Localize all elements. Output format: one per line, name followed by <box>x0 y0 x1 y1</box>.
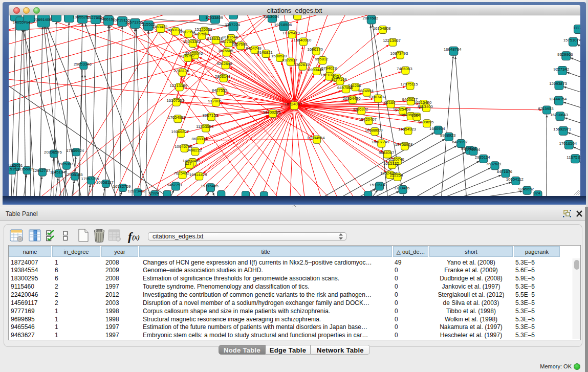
svg-text:15136141: 15136141 <box>369 183 387 187</box>
svg-text:7625402: 7625402 <box>173 171 189 176</box>
svg-text:15226058: 15226058 <box>194 27 212 32</box>
svg-text:7632621: 7632621 <box>486 162 502 166</box>
svg-text:2087682: 2087682 <box>363 16 378 20</box>
svg-text:955812: 955812 <box>315 57 328 61</box>
svg-text:62160: 62160 <box>384 100 396 105</box>
svg-text:(x): (x) <box>132 233 140 241</box>
svg-text:19716485: 19716485 <box>201 184 219 188</box>
svg-text:19756928: 19756928 <box>395 142 413 147</box>
svg-text:10654112: 10654112 <box>506 177 524 182</box>
svg-text:1733426: 1733426 <box>394 186 409 190</box>
svg-text:17975115: 17975115 <box>400 82 418 86</box>
svg-text:20206576: 20206576 <box>44 150 62 155</box>
svg-text:9146821: 9146821 <box>257 50 273 55</box>
svg-text:1640954: 1640954 <box>429 126 445 131</box>
svg-text:12213967: 12213967 <box>383 38 401 43</box>
svg-text:7463422: 7463422 <box>152 25 167 29</box>
svg-text:9329966: 9329966 <box>557 52 573 57</box>
svg-text:1696170: 1696170 <box>308 47 323 52</box>
svg-text:9896752: 9896752 <box>179 54 194 58</box>
svg-text:16543382: 16543382 <box>183 39 201 44</box>
svg-text:15751074: 15751074 <box>563 38 580 42</box>
svg-text:12924: 12924 <box>148 191 159 195</box>
svg-text:15720407: 15720407 <box>359 117 377 122</box>
svg-text:7386372: 7386372 <box>353 107 368 112</box>
svg-text:16648784: 16648784 <box>444 47 462 52</box>
svg-text:8678334: 8678334 <box>192 137 208 141</box>
svg-text:10807487: 10807487 <box>368 95 386 99</box>
svg-text:19654923: 19654923 <box>398 127 416 132</box>
svg-text:11353594: 11353594 <box>196 124 214 129</box>
svg-text:7357224: 7357224 <box>225 23 241 27</box>
svg-text:18807249: 18807249 <box>372 140 389 144</box>
svg-text:12923468: 12923468 <box>128 189 146 193</box>
svg-text:9827503: 9827503 <box>193 32 208 36</box>
svg-text:10688609: 10688609 <box>365 128 383 133</box>
svg-text:9777169: 9777169 <box>331 77 346 82</box>
svg-text:15640910: 15640910 <box>294 38 312 42</box>
svg-text:12213389: 12213389 <box>169 83 187 88</box>
svg-text:7485063: 7485063 <box>397 67 412 71</box>
svg-text:16107553: 16107553 <box>166 98 184 103</box>
svg-text:9242848: 9242848 <box>216 61 232 66</box>
svg-text:1145194: 1145194 <box>50 170 66 174</box>
svg-text:2803144: 2803144 <box>215 74 231 79</box>
svg-text:252254: 252254 <box>390 173 404 178</box>
svg-text:12942737: 12942737 <box>33 168 51 173</box>
svg-text:9084067: 9084067 <box>379 150 394 155</box>
svg-text:127: 127 <box>185 161 191 166</box>
svg-text:3824554: 3824554 <box>358 89 374 93</box>
svg-text:18300295: 18300295 <box>263 110 281 115</box>
svg-text:917006: 917006 <box>208 99 222 103</box>
svg-text:29053346: 29053346 <box>74 62 92 67</box>
svg-text:9699695: 9699695 <box>418 120 434 124</box>
svg-text:19384554: 19384554 <box>307 136 325 140</box>
svg-text:924: 924 <box>533 191 540 195</box>
svg-text:17359924: 17359924 <box>66 148 84 153</box>
svg-text:19166827: 19166827 <box>171 129 189 134</box>
svg-text:6479197: 6479197 <box>452 140 468 144</box>
svg-text:11156829: 11156829 <box>17 167 35 171</box>
svg-text:2718176: 2718176 <box>173 69 189 73</box>
svg-text:20691406: 20691406 <box>34 17 52 22</box>
svg-text:8113400: 8113400 <box>418 104 433 109</box>
svg-text:8215953: 8215953 <box>538 106 553 111</box>
svg-text:20364436: 20364436 <box>343 96 361 101</box>
svg-text:1362615: 1362615 <box>294 62 310 67</box>
svg-text:8813054: 8813054 <box>264 15 279 19</box>
svg-text:3498222: 3498222 <box>186 148 202 152</box>
svg-text:2935114: 2935114 <box>475 155 490 160</box>
svg-text:12905185: 12905185 <box>65 172 83 177</box>
svg-text:16210643: 16210643 <box>550 113 568 117</box>
svg-text:1615132: 1615132 <box>383 161 399 166</box>
svg-text:1117: 1117 <box>573 26 580 30</box>
svg-text:6794028: 6794028 <box>321 66 337 71</box>
svg-text:8938923: 8938923 <box>440 133 455 138</box>
svg-text:16033809: 16033809 <box>205 15 223 20</box>
svg-text:3875685: 3875685 <box>218 49 234 53</box>
svg-text:16154808: 16154808 <box>373 26 391 31</box>
svg-text:8181546: 8181546 <box>223 35 238 39</box>
svg-text:8471676: 8471676 <box>497 169 512 174</box>
svg-text:746266: 746266 <box>347 83 361 88</box>
svg-text:9975887: 9975887 <box>58 162 73 166</box>
svg-text:9457791: 9457791 <box>167 183 182 187</box>
svg-text:12444154: 12444154 <box>549 97 567 101</box>
svg-text:9245652: 9245652 <box>518 187 534 191</box>
svg-text:2867608: 2867608 <box>232 42 247 47</box>
svg-text:16914479: 16914479 <box>189 172 207 177</box>
svg-text:1774444: 1774444 <box>465 147 481 152</box>
svg-text:1167533: 1167533 <box>567 155 580 160</box>
svg-text:15692971: 15692971 <box>553 127 571 132</box>
svg-text:1664: 1664 <box>411 113 421 118</box>
svg-text:10973493: 10973493 <box>390 51 408 56</box>
svg-text:19218506: 19218506 <box>274 23 292 27</box>
svg-text:8322037: 8322037 <box>282 58 297 62</box>
svg-text:16782759: 16782759 <box>113 184 131 189</box>
svg-text:12093873: 12093873 <box>549 81 567 86</box>
svg-text:17016504: 17016504 <box>559 141 577 146</box>
svg-text:17654985: 17654985 <box>168 115 186 120</box>
svg-text:8427552: 8427552 <box>212 88 227 93</box>
svg-text:11325419: 11325419 <box>282 31 300 35</box>
svg-text:14055714: 14055714 <box>13 20 31 25</box>
